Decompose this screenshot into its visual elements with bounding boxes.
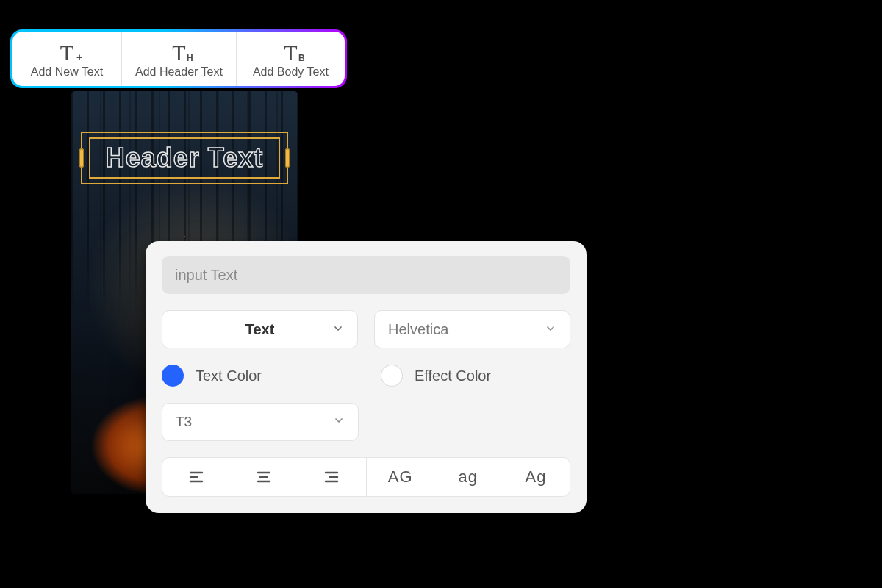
chevron-down-icon: [332, 321, 344, 338]
titlecase-button[interactable]: Ag: [502, 458, 570, 496]
add-header-text-button[interactable]: TH Add Header Text: [121, 32, 236, 86]
canvas-header-text[interactable]: Header Text: [106, 143, 263, 173]
text-plus-icon: T+: [60, 37, 74, 64]
text-style-select[interactable]: Text: [162, 310, 358, 348]
text-format-segments: AG ag Ag: [162, 457, 570, 497]
text-size-value: T3: [176, 414, 192, 430]
text-size-select[interactable]: T3: [162, 403, 359, 441]
chevron-down-icon: [333, 414, 345, 430]
effect-color-swatch: [381, 365, 403, 387]
text-body-icon: TB: [284, 37, 297, 64]
titlecase-label: Ag: [525, 467, 546, 487]
effect-color-label: Effect Color: [415, 368, 491, 384]
align-right-button[interactable]: [298, 458, 365, 496]
text-selection-box[interactable]: Header Text: [81, 132, 288, 184]
align-center-button[interactable]: [230, 458, 298, 496]
add-new-text-button[interactable]: T+ Add New Text: [12, 32, 121, 86]
resize-handle-right[interactable]: [285, 148, 290, 168]
resize-handle-left[interactable]: [79, 148, 84, 168]
lowercase-button[interactable]: ag: [434, 458, 502, 496]
font-family-value: Helvetica: [388, 321, 448, 338]
text-toolbar: T+ Add New Text TH Add Header Text TB Ad…: [10, 29, 347, 88]
text-selection-inner: Header Text: [89, 137, 280, 179]
uppercase-button[interactable]: AG: [367, 458, 434, 496]
chevron-down-icon: [545, 321, 556, 338]
add-body-text-button[interactable]: TB Add Body Text: [236, 32, 345, 86]
text-color-label: Text Color: [196, 368, 262, 384]
effect-color-picker[interactable]: Effect Color: [381, 365, 570, 387]
align-left-icon: [187, 468, 205, 486]
text-style-value: Text: [245, 321, 275, 338]
text-header-icon: TH: [172, 37, 185, 64]
text-color-swatch: [162, 365, 184, 387]
add-header-text-label: Add Header Text: [135, 65, 223, 79]
align-center-icon: [255, 468, 273, 486]
text-properties-panel: Text Helvetica Text Color Effect Color: [146, 241, 587, 513]
uppercase-label: AG: [388, 467, 413, 487]
font-family-select[interactable]: Helvetica: [374, 310, 570, 348]
align-left-button[interactable]: [162, 458, 230, 496]
align-right-icon: [323, 468, 340, 486]
add-body-text-label: Add Body Text: [253, 65, 329, 79]
text-content-input[interactable]: [162, 256, 570, 294]
lowercase-label: ag: [459, 467, 478, 487]
add-new-text-label: Add New Text: [31, 65, 103, 79]
text-color-picker[interactable]: Text Color: [162, 365, 351, 387]
